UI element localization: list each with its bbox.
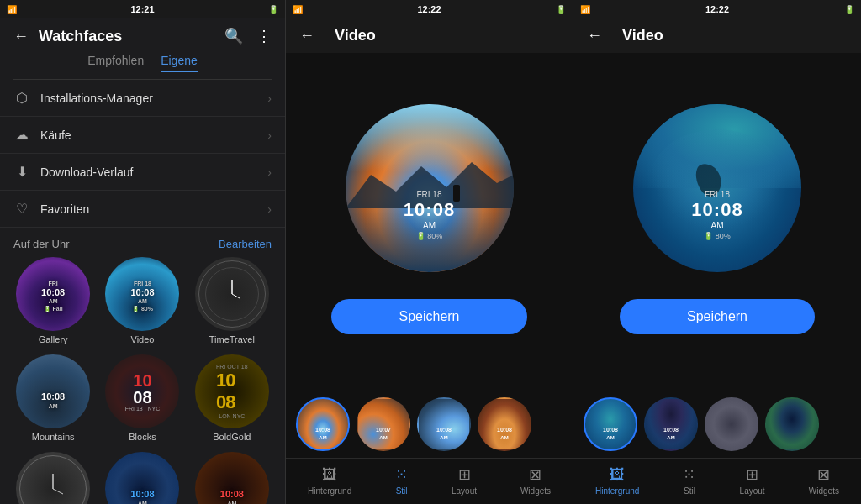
signal-icons-3: 📶 xyxy=(580,5,590,14)
back-button-2[interactable]: ← xyxy=(299,27,314,45)
kaufe-icon: ☁ xyxy=(13,127,30,143)
widgets-label-2: Widgets xyxy=(809,486,839,496)
download-icon: ⬇ xyxy=(13,164,30,180)
watch-face-gallery: FRI 10:08 AM 🔋 Fall xyxy=(16,257,90,331)
layout-label-2: Layout xyxy=(740,486,765,496)
preview-time-1: 10:08 xyxy=(404,199,455,221)
watch-item-blocks[interactable]: 10 08 FRI 18 | NYC Blocks xyxy=(103,354,182,442)
thumbnail-row-2: 10:08AM 10:08AM xyxy=(573,391,861,458)
thumb-2-1[interactable]: 10:08AM xyxy=(584,397,637,451)
preview-day-1: FRI 18 xyxy=(404,190,455,199)
thumb-2-2[interactable]: 10:08AM xyxy=(644,397,698,451)
watch-label-timetravel: TimeTravel xyxy=(209,334,255,344)
watch-face-mountains: 10:08 AM xyxy=(16,354,90,428)
nav-layout-2[interactable]: ⊞ Layout xyxy=(740,465,765,496)
battery-icon-3: 🔋 xyxy=(844,5,854,14)
tabs-row: Empfohlen Eigene xyxy=(13,54,272,80)
video-header-1: ← Video xyxy=(286,18,573,53)
watch-item-classy[interactable]: Classy xyxy=(13,452,92,504)
watchfaces-title: Watchfaces xyxy=(39,28,224,45)
thumb-1-2[interactable]: 10:07AM xyxy=(357,397,410,451)
nav-layout-1[interactable]: ⊞ Layout xyxy=(452,465,477,496)
watch-item-clearnight[interactable]: 10:08 AM ClearNight xyxy=(103,452,182,504)
tab-eigene[interactable]: Eigene xyxy=(161,54,198,72)
preview-battery-1: 🔋 80% xyxy=(404,232,455,240)
thumb-1-4[interactable]: 10:08AM xyxy=(478,397,531,451)
watch-face-clearnight: 10:08 AM xyxy=(105,452,179,504)
status-bar-1: 📶 12:21 🔋 xyxy=(0,0,285,18)
battery-icon: 🔋 xyxy=(268,5,278,14)
thumb-1-3[interactable]: 10:08AM xyxy=(417,397,471,451)
widgets-icon-2: ⊠ xyxy=(817,465,830,484)
watch-item-gallery[interactable]: FRI 10:08 AM 🔋 Fall Gallery xyxy=(13,257,92,344)
back-button-1[interactable]: ← xyxy=(13,28,29,45)
search-icon[interactable]: 🔍 xyxy=(224,27,243,45)
video-header-2: ← Video xyxy=(573,18,861,53)
nav-widgets-2[interactable]: ⊠ Widgets xyxy=(809,465,839,496)
preview-ampm-2: AM xyxy=(691,221,742,230)
menu-list: ⬡ Installations-Manager › ☁ Käufe › ⬇ Do… xyxy=(0,80,285,228)
watch-label-blocks: Blocks xyxy=(129,432,156,442)
bearbeiten-button[interactable]: Bearbeiten xyxy=(219,238,272,250)
watchfaces-header: ← Watchfaces 🔍 ⋮ Empfohlen Eigene xyxy=(0,18,285,80)
bottom-nav-2: 🖼 Hintergrund ⁙ Stil ⊞ Layout ⊠ Widgets xyxy=(573,458,861,504)
layout-label-1: Layout xyxy=(452,486,477,496)
signal-icons: 📶 xyxy=(7,5,17,14)
save-button-1[interactable]: Speichern xyxy=(331,299,526,334)
watch-item-mountains[interactable]: 10:08 AM Mountains xyxy=(13,354,92,442)
svg-line-1 xyxy=(232,294,240,298)
watch-preview-time-2: FRI 18 10:08 AM 🔋 80% xyxy=(691,190,742,240)
watch-label-video: Video xyxy=(131,334,155,344)
watch-grid: FRI 10:08 AM 🔋 Fall Gallery FRI 18 10:08… xyxy=(0,257,285,504)
thumb-2-4[interactable] xyxy=(765,397,819,451)
status-bar-3: 📶 12:22 🔋 xyxy=(573,0,861,18)
menu-download-verlauf[interactable]: ⬇ Download-Verlauf › xyxy=(0,154,285,191)
nav-stil-2[interactable]: ⁙ Stil xyxy=(683,465,695,496)
chevron-icon: › xyxy=(267,92,272,105)
tab-empfohlen[interactable]: Empfohlen xyxy=(87,54,144,72)
favoriten-icon: ♡ xyxy=(13,201,30,217)
watch-preview-circle-1: FRI 18 10:08 AM 🔋 80% xyxy=(346,104,514,272)
watch-face-classy xyxy=(16,452,90,504)
watch-item-video[interactable]: FRI 18 10:08 AM 🔋 80% Video xyxy=(103,257,182,344)
watch-label-gallery: Gallery xyxy=(39,334,68,344)
bottom-nav-1: 🖼 Hintergrund ⁙ Stil ⊞ Layout ⊠ Widgets xyxy=(286,458,573,504)
nav-hintergrund-1[interactable]: 🖼 Hintergrund xyxy=(308,466,351,496)
nav-stil-1[interactable]: ⁙ Stil xyxy=(395,465,408,496)
thumb-1-1[interactable]: 10:08AM xyxy=(296,397,350,451)
stil-icon-1: ⁙ xyxy=(395,465,408,484)
widgets-label-1: Widgets xyxy=(520,486,551,496)
favoriten-label: Favoriten xyxy=(40,202,267,216)
watchfaces-panel: 📶 12:21 🔋 ← Watchfaces 🔍 ⋮ Empfohlen Eig… xyxy=(0,0,286,504)
watch-label-mountains: Mountains xyxy=(32,432,75,442)
preview-time-2: 10:08 xyxy=(691,199,742,221)
menu-installations-manager[interactable]: ⬡ Installations-Manager › xyxy=(0,80,285,117)
watch-preview-time-1: FRI 18 10:08 AM 🔋 80% xyxy=(404,190,455,240)
watch-face-timetravel xyxy=(195,257,269,331)
thumb-2-3[interactable] xyxy=(705,397,758,451)
nav-hintergrund-2[interactable]: 🖼 Hintergrund xyxy=(595,466,639,496)
section-header: Auf der Uhr Bearbeiten xyxy=(0,228,285,257)
menu-kaufe[interactable]: ☁ Käufe › xyxy=(0,117,285,154)
watch-preview-area-1: FRI 18 10:08 AM 🔋 80% Speichern xyxy=(286,53,573,391)
back-button-3[interactable]: ← xyxy=(587,27,602,45)
section-title: Auf der Uhr xyxy=(13,238,69,250)
watch-item-boldgold[interactable]: FRI OCT 18 10 08 LON NYC BoldGold xyxy=(193,354,272,442)
hintergrund-icon-2: 🖼 xyxy=(610,466,625,484)
svg-line-3 xyxy=(53,489,63,494)
chevron-icon: › xyxy=(267,129,272,142)
kaufe-label: Käufe xyxy=(40,129,267,142)
watch-label-boldgold: BoldGold xyxy=(213,432,251,442)
watch-item-comp[interactable]: 10:08 AM Comp xyxy=(193,452,272,504)
chevron-icon: › xyxy=(267,202,272,216)
watch-item-timetravel[interactable]: TimeTravel xyxy=(193,257,272,344)
widgets-icon-1: ⊠ xyxy=(529,465,541,484)
installations-icon: ⬡ xyxy=(13,90,30,106)
save-button-2[interactable]: Speichern xyxy=(620,299,815,334)
watch-face-blocks: 10 08 FRI 18 | NYC xyxy=(105,354,179,428)
nav-widgets-1[interactable]: ⊠ Widgets xyxy=(520,465,551,496)
watch-face-video: FRI 18 10:08 AM 🔋 80% xyxy=(105,257,179,331)
hintergrund-label-2: Hintergrund xyxy=(595,486,639,496)
more-icon[interactable]: ⋮ xyxy=(256,27,272,45)
menu-favoriten[interactable]: ♡ Favoriten › xyxy=(0,191,285,228)
